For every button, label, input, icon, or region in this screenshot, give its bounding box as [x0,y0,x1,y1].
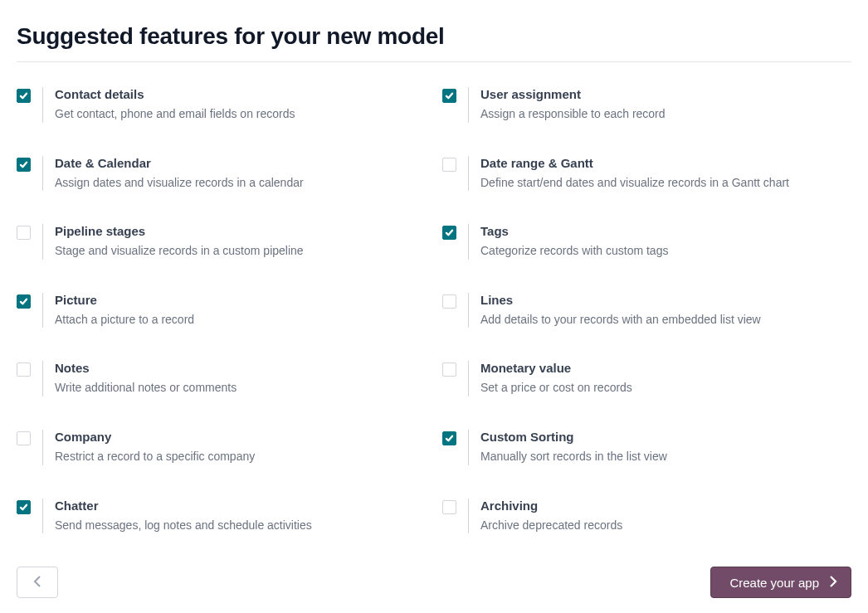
feature-text: Pipeline stagesStage and visualize recor… [42,224,304,260]
create-app-button-label: Create your app [729,576,819,590]
feature-label: Lines [480,293,761,307]
feature-item: ArchivingArchive deprecated records [442,499,851,534]
feature-checkbox[interactable] [17,89,31,103]
feature-description: Write additional notes or comments [55,380,237,397]
feature-label: Tags [480,224,668,238]
back-button[interactable] [17,567,58,598]
feature-checkbox[interactable] [442,226,456,240]
feature-item: Date range & GanttDefine start/end dates… [442,156,851,192]
feature-item: Custom SortingManually sort records in t… [442,430,851,465]
feature-checkbox[interactable] [442,362,456,377]
page-title: Suggested features for your new model [17,0,851,62]
feature-label: Notes [55,361,237,375]
feature-checkbox[interactable] [442,89,456,103]
feature-label: Custom Sorting [480,430,667,444]
feature-text: NotesWrite additional notes or comments [42,361,237,397]
feature-text: PictureAttach a picture to a record [42,293,194,328]
feature-description: Assign dates and visualize records in a … [55,175,304,192]
feature-label: Date range & Gantt [480,156,789,170]
feature-item: TagsCategorize records with custom tags [442,224,851,260]
feature-description: Get contact, phone and email fields on r… [55,106,295,123]
features-grid: Contact detailsGet contact, phone and em… [17,62,851,567]
feature-description: Restrict a record to a specific company [55,449,255,465]
feature-text: Date range & GanttDefine start/end dates… [468,156,789,192]
feature-checkbox[interactable] [442,431,456,445]
feature-text: Monetary valueSet a price or cost on rec… [468,361,632,397]
feature-text: CompanyRestrict a record to a specific c… [42,430,255,465]
feature-checkbox[interactable] [17,431,31,445]
feature-item: Date & CalendarAssign dates and visualiz… [17,156,426,192]
chevron-left-icon [33,575,41,591]
feature-text: ArchivingArchive deprecated records [468,499,622,534]
feature-description: Add details to your records with an embe… [480,312,761,328]
feature-text: LinesAdd details to your records with an… [468,293,761,328]
feature-label: Company [55,430,255,444]
feature-checkbox[interactable] [442,294,456,309]
feature-label: Pipeline stages [55,224,304,238]
feature-description: Send messages, log notes and schedule ac… [55,518,312,534]
feature-item: Contact detailsGet contact, phone and em… [17,87,426,123]
feature-text: Custom SortingManually sort records in t… [468,430,667,465]
feature-item: Pipeline stagesStage and visualize recor… [17,224,426,260]
feature-description: Define start/end dates and visualize rec… [480,175,789,192]
feature-text: User assignmentAssign a responsible to e… [468,87,666,123]
feature-text: Date & CalendarAssign dates and visualiz… [42,156,304,192]
feature-checkbox[interactable] [17,500,31,514]
feature-text: TagsCategorize records with custom tags [468,224,668,260]
feature-description: Attach a picture to a record [55,312,194,328]
feature-label: Contact details [55,87,295,101]
feature-item: User assignmentAssign a responsible to e… [442,87,851,123]
feature-label: Date & Calendar [55,156,304,170]
feature-description: Archive deprecated records [480,518,622,534]
feature-item: ChatterSend messages, log notes and sche… [17,499,426,534]
feature-item: CompanyRestrict a record to a specific c… [17,430,426,465]
feature-description: Categorize records with custom tags [480,243,668,260]
feature-text: ChatterSend messages, log notes and sche… [42,499,312,534]
feature-description: Stage and visualize records in a custom … [55,243,304,260]
feature-label: Monetary value [480,361,632,375]
feature-label: User assignment [480,87,666,101]
feature-description: Set a price or cost on records [480,380,632,397]
feature-item: Monetary valueSet a price or cost on rec… [442,361,851,397]
feature-label: Chatter [55,499,312,513]
feature-checkbox[interactable] [17,294,31,309]
feature-checkbox[interactable] [442,158,456,172]
feature-label: Archiving [480,499,622,513]
feature-item: LinesAdd details to your records with an… [442,293,851,328]
feature-text: Contact detailsGet contact, phone and em… [42,87,295,123]
feature-checkbox[interactable] [442,500,456,514]
feature-checkbox[interactable] [17,158,31,172]
feature-description: Manually sort records in the list view [480,449,667,465]
feature-item: PictureAttach a picture to a record [17,293,426,328]
create-app-button[interactable]: Create your app [710,567,851,598]
feature-item: NotesWrite additional notes or comments [17,361,426,397]
feature-checkbox[interactable] [17,362,31,377]
chevron-right-icon [829,575,837,591]
feature-description: Assign a responsible to each record [480,106,666,123]
feature-checkbox[interactable] [17,226,31,240]
feature-label: Picture [55,293,194,307]
footer: Create your app [0,558,868,613]
